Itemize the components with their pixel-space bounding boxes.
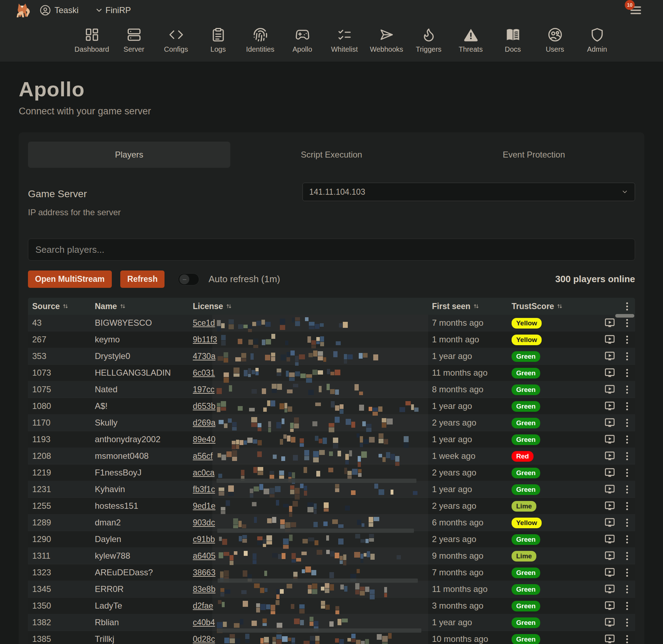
- user-menu[interactable]: Teaski: [40, 5, 79, 16]
- stream-player-button[interactable]: [600, 501, 619, 512]
- row-options-button[interactable]: [619, 535, 635, 543]
- stream-player-button[interactable]: [600, 617, 619, 628]
- row-options-button[interactable]: [619, 419, 635, 427]
- stream-player-button[interactable]: [600, 367, 619, 378]
- hamburger-menu-button[interactable]: 10: [630, 6, 641, 14]
- row-options-button[interactable]: [619, 502, 635, 510]
- fox-logo[interactable]: [14, 2, 31, 18]
- license-link[interactable]: 197cc: [193, 385, 214, 394]
- row-options-button[interactable]: [619, 336, 635, 344]
- license-link[interactable]: 83e8b: [193, 585, 215, 594]
- nav-item-server[interactable]: Server: [113, 27, 155, 53]
- source-cell: 43: [28, 318, 91, 328]
- row-options-button[interactable]: [619, 519, 635, 527]
- row-options-button[interactable]: [619, 635, 635, 643]
- toggle-knob: –: [179, 274, 189, 284]
- nav-item-logs[interactable]: Logs: [197, 27, 239, 53]
- nav-item-webhooks[interactable]: Webhooks: [365, 27, 408, 53]
- stream-player-button[interactable]: [600, 417, 619, 428]
- nav-item-threats[interactable]: Threats: [450, 27, 492, 53]
- stream-player-button[interactable]: [600, 567, 619, 578]
- row-options-button[interactable]: [619, 485, 635, 494]
- stream-player-button[interactable]: [600, 467, 619, 478]
- stream-player-button[interactable]: [600, 551, 619, 562]
- row-options-button[interactable]: [619, 402, 635, 410]
- tab-event-protection[interactable]: Event Protection: [433, 142, 635, 168]
- license-link[interactable]: 9b11f3: [193, 335, 217, 344]
- stream-player-button[interactable]: [600, 517, 619, 528]
- row-options-button[interactable]: [619, 585, 635, 593]
- license-link[interactable]: 5ce1d: [193, 318, 215, 328]
- stream-player-button[interactable]: [600, 318, 619, 329]
- license-link[interactable]: a56cf: [193, 451, 213, 461]
- refresh-button[interactable]: Refresh: [120, 270, 165, 288]
- nav-item-triggers[interactable]: Triggers: [408, 27, 450, 53]
- table-row: 1075 Nated 197cc 8 months ago Green: [28, 381, 635, 398]
- license-link[interactable]: 89e40: [193, 435, 215, 444]
- nav-item-users[interactable]: Users: [534, 27, 576, 53]
- row-options-button[interactable]: [619, 352, 635, 360]
- column-header-name[interactable]: Name: [91, 302, 189, 311]
- stream-player-button[interactable]: [600, 534, 619, 545]
- row-options-button[interactable]: [619, 602, 635, 610]
- row-options-button[interactable]: [619, 569, 635, 577]
- license-link[interactable]: d2fae: [193, 601, 213, 611]
- stream-player-button[interactable]: [600, 584, 619, 595]
- nav-item-whitelist[interactable]: Whitelist: [323, 27, 365, 53]
- tab-players[interactable]: Players: [28, 142, 230, 168]
- column-header-source[interactable]: Source: [28, 302, 91, 311]
- license-link[interactable]: c91bb: [193, 535, 215, 544]
- row-options-button[interactable]: [619, 435, 635, 444]
- license-link[interactable]: 9ed1e: [193, 501, 215, 511]
- nav-item-docs[interactable]: Docs: [492, 27, 534, 53]
- row-options-button[interactable]: [619, 369, 635, 377]
- column-header-first-seen[interactable]: First seen: [428, 302, 507, 311]
- license-cell: d2fae: [189, 598, 428, 614]
- column-header-trustscore[interactable]: TrustScore: [507, 302, 600, 311]
- stream-player-button[interactable]: [600, 600, 619, 611]
- row-options-button[interactable]: [619, 452, 635, 460]
- license-link[interactable]: 0d28c: [193, 634, 215, 644]
- trustscore-badge: Green: [512, 368, 540, 378]
- server-dropdown[interactable]: FiniRP: [95, 5, 131, 15]
- row-options-button[interactable]: [619, 619, 635, 627]
- license-link[interactable]: 903dc: [193, 518, 215, 528]
- stream-player-button[interactable]: [600, 401, 619, 412]
- license-link[interactable]: c40b4: [193, 618, 215, 627]
- license-link[interactable]: ac0ca: [193, 468, 214, 478]
- scrollbar-thumb[interactable]: [615, 314, 634, 318]
- column-header-license[interactable]: License: [189, 302, 428, 311]
- nav-item-apollo[interactable]: Apollo: [281, 27, 323, 53]
- server-ip-select[interactable]: 141.11.104.103: [302, 183, 635, 201]
- nav-item-label: Dashboard: [75, 45, 109, 53]
- stream-player-button[interactable]: [600, 434, 619, 445]
- row-options-button[interactable]: [619, 469, 635, 477]
- stream-player-button[interactable]: [600, 634, 619, 644]
- stream-player-button[interactable]: [600, 451, 619, 462]
- nav-item-configs[interactable]: Configs: [155, 27, 197, 53]
- search-players-input[interactable]: [28, 239, 635, 261]
- table-row: 43 BIGW8YESCO 5ce1d 7 months ago Yellow: [28, 315, 635, 331]
- license-link[interactable]: d653b: [193, 401, 215, 411]
- tab-script-execution[interactable]: Script Execution: [230, 142, 433, 168]
- license-link[interactable]: fb3f1c: [193, 485, 215, 494]
- table-options-button[interactable]: [619, 302, 635, 310]
- stream-player-button[interactable]: [600, 384, 619, 395]
- nav-item-dashboard[interactable]: Dashboard: [71, 27, 113, 53]
- license-link[interactable]: a6405: [193, 551, 215, 561]
- auto-refresh-toggle[interactable]: –: [178, 273, 199, 285]
- stream-player-button[interactable]: [600, 484, 619, 495]
- license-link[interactable]: 6c031: [193, 368, 215, 378]
- license-link[interactable]: 38663: [193, 568, 215, 577]
- nav-item-identities[interactable]: Identities: [239, 27, 281, 53]
- license-link[interactable]: 4730a: [193, 352, 215, 361]
- row-options-button[interactable]: [619, 319, 635, 327]
- row-options-button[interactable]: [619, 552, 635, 560]
- stream-player-button[interactable]: [600, 334, 619, 345]
- nav-item-admin[interactable]: Admin: [576, 27, 618, 53]
- row-options-button[interactable]: [619, 386, 635, 394]
- stream-player-button[interactable]: [600, 351, 619, 362]
- name-cell: msmonet0408: [91, 451, 189, 461]
- open-multistream-button[interactable]: Open MultiStream: [28, 270, 112, 288]
- license-link[interactable]: d269a: [193, 418, 215, 428]
